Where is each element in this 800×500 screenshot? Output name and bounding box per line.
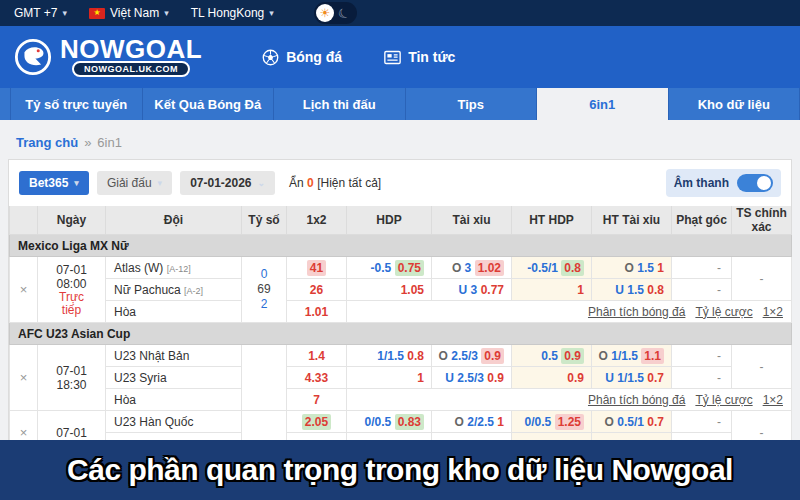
odds-1x2[interactable]: 1.4 [287, 345, 347, 367]
match-row: Nữ Pachuca [A-2]261.05U 3 0.771U 1.5 0.8… [10, 279, 792, 301]
odds-1x2-draw[interactable]: 7 [287, 389, 347, 411]
correct-score-odds: - [732, 257, 792, 301]
corner-odds: - [672, 367, 732, 389]
tab-tỷ-số-trực-tuyến[interactable]: Tỷ số trực tuyến [10, 88, 142, 120]
odds-table: NgàyĐộiTỷ số1x2HDPTài xỉuHT HDPHT Tài xỉ… [9, 206, 792, 455]
tab-lịch-thi-đấu[interactable]: Lịch thi đấu [273, 88, 405, 120]
odds-hdp[interactable]: 0/0.5 0.83 [347, 411, 432, 433]
match-links: Phân tích bóng đáTỷ lệ cược1×2 [347, 389, 792, 411]
close-match-button[interactable]: × [10, 345, 38, 411]
football-icon [262, 49, 279, 66]
column-header: HT HDP [512, 206, 592, 235]
match-link[interactable]: 1×2 [763, 305, 783, 319]
show-all-label: [Hiện tất cả] [317, 176, 381, 190]
league-dropdown[interactable]: Giải đấu ▾ [97, 171, 172, 195]
team-name[interactable]: Atlas (W) [A-12] [106, 257, 242, 279]
tab-kho-dữ-liệu[interactable]: Kho dữ liệu [668, 88, 800, 120]
chevron-down-icon: ▾ [74, 178, 79, 188]
odds-1x2[interactable]: 41 [287, 257, 347, 279]
odds-hdp[interactable]: 1/1.5 0.8 [347, 345, 432, 367]
odds-ht-hdp[interactable]: 1 [512, 279, 592, 301]
chevron-down-icon: ⌄ [258, 178, 266, 188]
odds-ht-over-under[interactable]: O 1.5 1 [592, 257, 672, 279]
match-link[interactable]: 1×2 [763, 393, 783, 407]
odds-ht-hdp[interactable]: 0.5 0.9 [512, 345, 592, 367]
odds-ht-hdp[interactable]: 0/0.5 1.25 [512, 411, 592, 433]
odds-over-under[interactable]: O 2.5/3 0.9 [432, 345, 512, 367]
column-header: Đội [106, 206, 242, 235]
team-name[interactable]: Nữ Pachuca [A-2] [106, 279, 242, 301]
odds-format-selector[interactable]: TL HongKong ▾ [191, 6, 274, 20]
odds-1x2[interactable]: 4.33 [287, 367, 347, 389]
match-row: Hòa7Phân tích bóng đáTỷ lệ cược1×2 [10, 389, 792, 411]
match-row: Hòa1.01Phân tích bóng đáTỷ lệ cược1×2 [10, 301, 792, 323]
odds-hdp[interactable]: 1 [347, 367, 432, 389]
menu-item-news[interactable]: Tin tức [384, 49, 455, 65]
team-name[interactable]: U23 Hàn Quốc [106, 411, 242, 433]
odds-ht-over-under[interactable]: U 1/1.5 0.7 [592, 367, 672, 389]
odds-1x2[interactable]: 26 [287, 279, 347, 301]
eagle-logo-icon [14, 38, 52, 76]
team-name[interactable]: U23 Syria [106, 367, 242, 389]
odds-ht-over-under[interactable]: U 1.5 0.8 [592, 279, 672, 301]
odds-ht-hdp[interactable]: -0.5/1 0.8 [512, 257, 592, 279]
language-selector[interactable]: ★ Việt Nam ▾ [89, 6, 169, 20]
chevron-down-icon: ▾ [164, 8, 169, 18]
sound-control: Âm thanh [666, 169, 781, 197]
odds-ht-over-under[interactable]: O 0.5/1 0.7 [592, 411, 672, 433]
tab-kết-quả-bóng-đá[interactable]: Kết Quả Bóng Đá [142, 88, 274, 120]
league-row[interactable]: AFC U23 Asian Cup [10, 323, 792, 345]
odds-over-under[interactable]: U 3 0.77 [432, 279, 512, 301]
odds-ht-hdp[interactable]: 0.9 [512, 367, 592, 389]
team-name[interactable]: U23 Nhật Bản [106, 345, 242, 367]
menu-item-football[interactable]: Bóng đá [262, 49, 342, 66]
menu-label-football: Bóng đá [286, 49, 342, 65]
odds-1x2[interactable]: 2.05 [287, 411, 347, 433]
corner-odds: - [672, 411, 732, 433]
match-link[interactable]: Tỷ lệ cược [695, 393, 752, 407]
news-icon [384, 50, 401, 65]
match-link[interactable]: Phân tích bóng đá [588, 393, 685, 407]
match-date: 07-0108:00Trực tiếp [38, 257, 106, 323]
column-header: Ngày [38, 206, 106, 235]
caption-text: Các phần quan trọng trong kho dữ liệu No… [67, 453, 733, 487]
breadcrumb-home-link[interactable]: Trang chủ [16, 135, 78, 150]
odds-over-under[interactable]: O 2/2.5 1 [432, 411, 512, 433]
nowgoal-logo[interactable]: NOWGOAL NOWGOAL.UK.COM [14, 37, 202, 77]
site-header: NOWGOAL NOWGOAL.UK.COM Bóng đá Tin tức [0, 26, 800, 88]
league-name: AFC U23 Asian Cup [10, 323, 792, 345]
brand-name: NOWGOAL [60, 37, 202, 61]
match-link[interactable]: Tỷ lệ cược [695, 305, 752, 319]
odds-over-under[interactable]: O 3 1.02 [432, 257, 512, 279]
correct-score-odds: - [732, 345, 792, 389]
date-dropdown[interactable]: 07-01-2026 ⌄ [180, 171, 275, 195]
odds-over-under[interactable]: U 2.5/3 0.9 [432, 367, 512, 389]
chevron-down-icon: ▾ [158, 178, 163, 188]
column-header: HDP [347, 206, 432, 235]
tab-tips[interactable]: Tips [405, 88, 537, 120]
theme-toggle[interactable]: ☀ ☾ [314, 2, 358, 24]
odds-hdp[interactable]: 1.05 [347, 279, 432, 301]
team-rank-tag: [A-2] [184, 286, 203, 296]
bookmaker-dropdown[interactable]: Bet365 ▾ [19, 171, 89, 195]
hide-label: Ẩn [289, 176, 304, 190]
league-row[interactable]: Mexico Liga MX Nữ [10, 235, 792, 257]
tab-6in1[interactable]: 6in1 [536, 88, 668, 120]
match-link[interactable]: Phân tích bóng đá [588, 305, 685, 319]
close-match-button[interactable]: × [10, 257, 38, 323]
breadcrumb-current: 6in1 [97, 135, 122, 150]
chevron-down-icon: ▾ [269, 8, 274, 18]
toggle-knob [757, 176, 771, 190]
odds-hdp[interactable]: -0.5 0.75 [347, 257, 432, 279]
draw-label: Hòa [106, 389, 242, 411]
breadcrumb: Trang chủ » 6in1 [16, 135, 800, 150]
odds-panel: Bet365 ▾ Giải đấu ▾ 07-01-2026 ⌄ Ẩn 0 [H… [8, 159, 792, 456]
odds-1x2-draw[interactable]: 1.01 [287, 301, 347, 323]
corner-odds: - [672, 279, 732, 301]
odds-ht-over-under[interactable]: O 1/1.5 1.1 [592, 345, 672, 367]
sound-toggle[interactable] [737, 174, 773, 192]
show-all-link[interactable]: Ẩn 0 [Hiện tất cả] [289, 176, 381, 190]
timezone-selector[interactable]: GMT +7 ▾ [14, 6, 67, 20]
caption-banner: Các phần quan trọng trong kho dữ liệu No… [0, 440, 800, 500]
light-mode-icon: ☀ [316, 4, 334, 22]
